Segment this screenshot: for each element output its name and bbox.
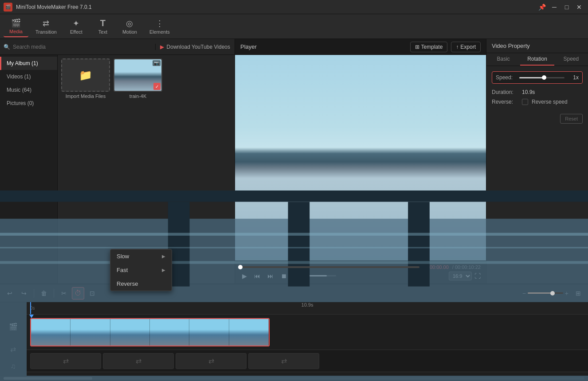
clip-frame-4 xyxy=(150,319,189,346)
transition-slot-4[interactable]: ⇄ xyxy=(248,353,319,369)
transition-slot-1[interactable]: ⇄ xyxy=(30,353,101,369)
progress-knob[interactable] xyxy=(238,265,243,269)
transition-slot-2[interactable]: ⇄ xyxy=(103,353,174,369)
svg-rect-6 xyxy=(235,247,486,248)
transition-slot-3[interactable]: ⇄ xyxy=(176,353,247,369)
svg-rect-0 xyxy=(235,219,486,260)
main-area: 🔍 ▶ Download YouTube Videos My Album (1)… xyxy=(0,39,588,284)
reverse-menu-item[interactable]: Reverse xyxy=(110,277,172,291)
zoom-track[interactable] xyxy=(528,292,563,294)
fast-arrow-icon: ▶ xyxy=(162,268,165,272)
video-area xyxy=(235,55,486,260)
slow-menu-item[interactable]: Slow ▶ xyxy=(110,249,172,263)
fast-menu-item[interactable]: Fast ▶ xyxy=(110,263,172,277)
clip-frame-3 xyxy=(110,319,150,346)
transition-track: ⇄ ⇄ ⇄ ⇄ xyxy=(27,350,588,372)
speed-fill xyxy=(519,77,544,78)
svg-rect-5 xyxy=(235,233,486,236)
timeline-tracks: 0s 10.9s ⇄ ⇄ ⇄ xyxy=(27,302,588,376)
video-track: 10.9s xyxy=(27,315,588,350)
svg-rect-4 xyxy=(408,202,430,260)
video-frame xyxy=(235,55,486,260)
clip-frame-1 xyxy=(31,319,71,346)
player: Player ⊞ Template ↑ Export xyxy=(235,39,486,284)
time-cursor[interactable] xyxy=(30,302,31,314)
svg-rect-1 xyxy=(235,190,486,202)
clip-frame-5 xyxy=(189,319,229,346)
video-clip[interactable] xyxy=(30,318,270,346)
zoom-knob[interactable] xyxy=(550,291,555,295)
progress-track[interactable] xyxy=(240,266,419,268)
clip-duration: 10.9s xyxy=(302,302,314,307)
slow-arrow-icon: ▶ xyxy=(162,254,165,259)
zoom-fill xyxy=(528,292,553,294)
cursor-head xyxy=(29,315,34,318)
speed-track[interactable] xyxy=(519,77,564,78)
video-clip-frames xyxy=(31,319,269,346)
clip-frame-2 xyxy=(71,319,110,346)
clip-frame-6 xyxy=(229,319,269,346)
svg-rect-3 xyxy=(288,202,310,260)
timeline-content: 🎬 ⇄ ♫ 0s 10.9s xyxy=(0,302,588,376)
audio-track xyxy=(27,372,588,376)
speed-knob[interactable] xyxy=(542,75,546,80)
speed-dropdown-menu: Slow ▶ Fast ▶ Reverse xyxy=(110,249,172,291)
